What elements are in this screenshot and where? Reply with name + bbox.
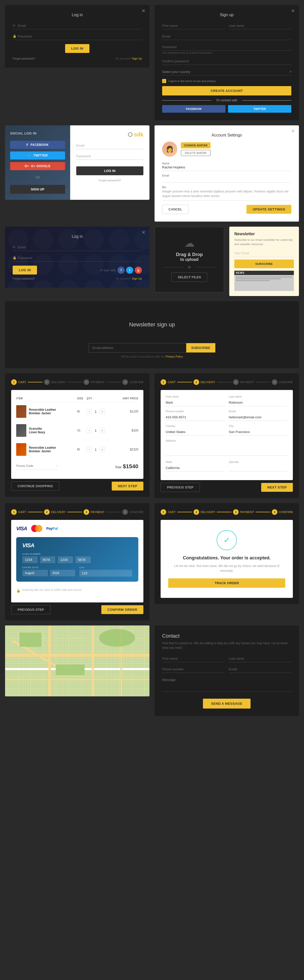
promo-arrow-icon[interactable]: ›: [56, 464, 57, 468]
contact-email-input[interactable]: [229, 666, 291, 673]
cart-next-step-button[interactable]: NEXT STEP: [112, 482, 143, 490]
delete-avatar-button[interactable]: DELETE AVATAR: [181, 150, 210, 156]
expire-month-select[interactable]: August: [22, 570, 48, 576]
step-line-d1: [177, 382, 192, 382]
signup-lastname-input[interactable]: [229, 22, 291, 29]
payment-prev-step-button[interactable]: PREVIOUS STEP: [11, 605, 51, 614]
forgot-password-link[interactable]: Forgot password?: [13, 57, 35, 60]
create-account-button[interactable]: CREATE ACCOUNT: [162, 86, 291, 95]
login-dark-password-input[interactable]: [13, 255, 142, 262]
delivery-address-input[interactable]: [166, 443, 288, 456]
cvv-label: CVV: [79, 566, 132, 569]
card-num-2[interactable]: [40, 556, 55, 563]
signup-facebook-button[interactable]: FACEBOOK: [162, 105, 226, 113]
step-delivery-c: 2 DELIVERY: [194, 509, 215, 515]
login-button[interactable]: LOG IN: [65, 44, 89, 53]
social-facebook-button[interactable]: f FACEBOOK: [10, 141, 65, 149]
qty-increase-3[interactable]: +: [100, 447, 105, 452]
login-dark-facebook-button[interactable]: f: [118, 267, 125, 274]
login-email-input[interactable]: [13, 22, 142, 29]
delivery-email-input[interactable]: [229, 414, 288, 421]
qty-increase-1[interactable]: +: [100, 409, 105, 414]
card-num-1[interactable]: [22, 556, 38, 563]
col-price: UNIT PRICE: [115, 395, 138, 402]
expire-year-select[interactable]: 2018: [50, 570, 75, 576]
card-num-3[interactable]: [58, 556, 73, 563]
delivery-state-input[interactable]: [166, 465, 225, 471]
cart-step-indicator: 1 CART 2 DELIVERY 3 PAYMENT 4: [11, 379, 143, 385]
signup-password-input[interactable]: [162, 43, 291, 51]
map-green-area-1: [19, 633, 41, 647]
newsletter-full-email-input[interactable]: [89, 343, 186, 353]
qty-decrease-1[interactable]: −: [87, 409, 92, 414]
privacy-link[interactable]: Privacy Policy: [166, 355, 183, 358]
delivery-city-input[interactable]: [229, 428, 288, 436]
confirm-order-button[interactable]: CONFIRM ORDER: [101, 605, 143, 614]
silk-login-button[interactable]: LOG IN: [76, 166, 144, 175]
cancel-button[interactable]: CANCEL: [162, 205, 188, 214]
login-dark-signup-link[interactable]: Sign Up: [132, 277, 142, 280]
step-circle-2: 2: [44, 379, 50, 385]
contact-firstname-input[interactable]: [162, 655, 225, 662]
continue-shopping-button[interactable]: CONTINUE SHOPPING: [11, 481, 59, 491]
delivery-zip-input[interactable]: [229, 465, 288, 471]
card-num-4[interactable]: [75, 556, 91, 563]
contact-message-input[interactable]: [162, 676, 291, 692]
social-twitter-button[interactable]: 🐦 TWITTER: [10, 151, 65, 159]
delivery-country-select[interactable]: United States: [166, 428, 225, 436]
qty-value-1: 1: [93, 410, 98, 414]
step-cart: 1 CART: [11, 379, 26, 385]
close-signup-button[interactable]: ✕: [291, 8, 295, 14]
qty-increase-2[interactable]: +: [100, 428, 105, 433]
cvv-group: CVV: [79, 566, 132, 577]
social-google-button[interactable]: G+ G+ GOOGLE: [10, 162, 65, 170]
signup-confirm-password-input[interactable]: [162, 58, 291, 65]
qty-decrease-3[interactable]: −: [87, 447, 92, 452]
silk-email-input[interactable]: [76, 142, 144, 149]
signup-email-input[interactable]: [162, 33, 291, 40]
login-dark-button[interactable]: LOG IN: [13, 266, 37, 275]
login-dark-google-button[interactable]: g: [135, 267, 142, 274]
country-select[interactable]: Select your country: [162, 68, 291, 75]
password-icon: 🔒: [13, 35, 16, 38]
newsletter-full-subscribe-button[interactable]: SUBSCRIBE: [186, 343, 215, 353]
track-order-button[interactable]: TRACK ORDER: [168, 578, 285, 588]
close-login-button[interactable]: ✕: [142, 8, 145, 14]
step-label-cart: CART: [18, 380, 26, 383]
signup-firstname-input[interactable]: [162, 22, 225, 29]
agree-checkbox[interactable]: ✓: [162, 79, 166, 83]
step-label-payment-p: PAYMENT: [91, 511, 105, 514]
qty-decrease-2[interactable]: −: [87, 428, 92, 433]
login-dark-forgot-link[interactable]: Forgot password?: [13, 277, 35, 280]
silk-password-input[interactable]: [76, 153, 144, 160]
contact-phone-input[interactable]: [162, 666, 225, 673]
promo-code-input[interactable]: [16, 464, 54, 468]
delivery-next-step-button[interactable]: NEXT STEP: [261, 483, 293, 492]
select-files-button[interactable]: SELECT FILES: [172, 272, 207, 282]
login-password-input[interactable]: [13, 33, 142, 40]
step-confirm-p: 4 CONFIRM: [123, 509, 143, 515]
cvv-input[interactable]: [79, 570, 132, 577]
delivery-prev-step-button[interactable]: PREVIOUS STEP: [161, 483, 200, 492]
close-login-dark-button[interactable]: ✕: [142, 230, 145, 235]
update-settings-button[interactable]: UPDATE SETTINGS: [247, 205, 291, 214]
contact-lastname-input[interactable]: [229, 655, 291, 662]
account-settings-title: Account Settings: [162, 133, 291, 137]
step-circle-d1: 1: [161, 379, 166, 385]
login-dark-twitter-button[interactable]: t: [126, 267, 133, 274]
signup-twitter-button[interactable]: TWITTER: [228, 105, 291, 113]
close-settings-button[interactable]: ✕: [291, 128, 295, 134]
login-dark-email-input[interactable]: [13, 244, 142, 251]
security-note: Ordering with our store is 100% safe and…: [22, 588, 81, 591]
silk-brand: ⬡ silk: [76, 131, 144, 138]
newsletter-small-email-input[interactable]: [234, 250, 294, 257]
newsletter-small-subscribe-button[interactable]: SUBSCRIBE: [234, 259, 294, 268]
change-avatar-button[interactable]: CHANGE AVATAR: [181, 142, 210, 148]
delivery-firstname-input[interactable]: [166, 399, 225, 406]
delivery-lastname-input[interactable]: [229, 399, 288, 406]
social-signup-button[interactable]: SIGN UP: [10, 185, 65, 194]
send-message-button[interactable]: SEND A MESSAGE: [203, 698, 251, 708]
delivery-phone-input[interactable]: [166, 414, 225, 421]
silk-forgot-link[interactable]: Forgot password?: [99, 179, 121, 182]
signup-link[interactable]: Sign Up: [132, 57, 142, 60]
